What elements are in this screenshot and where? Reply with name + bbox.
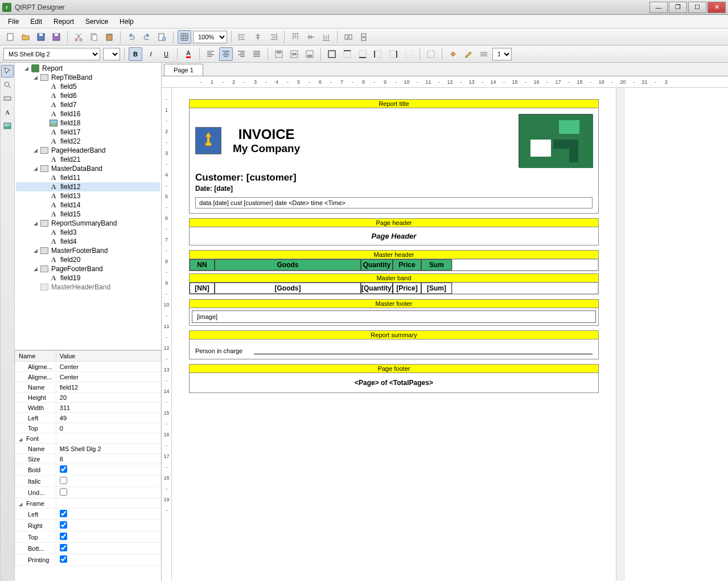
prop-value[interactable]: 311 [56,403,161,413]
prop-checkbox[interactable] [60,544,67,551]
tree-node-field15[interactable]: Afield15 [16,210,160,219]
header-price[interactable]: Price [393,259,421,271]
prop-value[interactable] [56,543,161,554]
tree-node-reportsummaryband[interactable]: ◢ReportSummaryBand [16,219,160,228]
prop-value[interactable] [56,509,161,520]
header-nn[interactable]: NN [190,259,215,271]
bold-icon[interactable]: B [129,47,142,61]
invoice-text-block[interactable]: INVOICE My Company [233,126,300,155]
page-header-field[interactable]: Page Header [192,230,596,243]
prop-group[interactable]: ◢ Frame [15,498,56,509]
same-height-icon[interactable] [357,30,371,44]
header-goods[interactable]: Goods [215,259,361,271]
menu-file[interactable]: File [2,15,24,28]
valign-middle-icon[interactable] [287,47,301,61]
redo-icon[interactable] [140,30,154,44]
tree-node-field21[interactable]: Afield21 [16,155,160,164]
tree-node-field19[interactable]: Afield19 [16,273,160,283]
prop-checkbox[interactable] [60,521,67,529]
customer-field[interactable]: Customer: [customer] [192,171,596,185]
master-footer-field[interactable]: [image] [192,310,596,323]
tree-node-field5[interactable]: Afield5 [16,82,160,91]
prop-checkbox[interactable] [60,477,67,484]
menu-help[interactable]: Help [114,15,139,28]
cell-goods[interactable]: [Goods] [215,283,361,294]
tree-node-field17[interactable]: Afield17 [16,128,160,137]
prop-value[interactable] [56,476,161,487]
vertical-scrollbar[interactable] [616,88,625,581]
master-footer-band[interactable]: Master footer [image] [189,299,599,326]
tree-node-reptitleband[interactable]: ◢RepTitleBand [16,73,160,82]
pointer-tool-icon[interactable] [1,65,14,77]
text-tool-icon[interactable]: A [1,106,14,118]
menu-edit[interactable]: Edit [24,15,48,28]
maximize-button[interactable]: ☐ [688,2,706,13]
cell-nn[interactable]: [NN] [190,283,215,294]
tree-node-field3[interactable]: Afield3 [16,228,160,237]
menu-report[interactable]: Report [48,15,80,28]
prop-value[interactable]: Center [56,362,161,372]
underline-icon[interactable]: U [159,47,173,61]
restore-button[interactable]: ❐ [669,2,687,13]
header-quantity[interactable]: Quantity [361,259,393,271]
text-center-icon[interactable] [219,47,233,61]
prop-value[interactable] [56,531,161,543]
tree-node-field7[interactable]: Afield7 [16,100,160,109]
prop-value[interactable] [56,487,161,498]
copy-icon[interactable] [87,30,101,44]
frame-all-icon[interactable] [325,47,339,61]
prop-value[interactable]: 8 [56,454,161,464]
align-bottom-icon[interactable] [319,30,333,44]
align-right-icon[interactable] [266,30,280,44]
grid-icon[interactable] [178,30,191,44]
image-tool-icon[interactable] [1,120,14,132]
cell-price[interactable]: [Price] [393,283,421,294]
prop-checkbox[interactable] [60,488,67,496]
align-left-icon[interactable] [236,30,249,44]
properties-panel[interactable]: NameValue Aligme...CenterAligme...Center… [15,350,161,581]
frame-bottom-icon[interactable] [356,47,369,61]
italic-icon[interactable]: I [144,47,158,61]
prop-group[interactable]: ◢ Font [15,433,56,444]
tree-node-field20[interactable]: Afield20 [16,255,160,264]
tree-node-masterfooterband[interactable]: ◢MasterFooterBand [16,246,160,255]
new-icon[interactable] [3,30,17,44]
zoom-combo[interactable]: 100% [193,31,227,43]
prop-checkbox[interactable] [60,533,67,540]
text-right-icon[interactable] [235,47,248,61]
prop-value[interactable]: 20 [56,392,161,403]
tree-node-field22[interactable]: Afield22 [16,137,160,146]
prop-value[interactable]: Center [56,372,161,382]
data-field[interactable]: data [date] cust [customer] date <Date> … [195,197,593,208]
frame-style-icon[interactable] [424,47,438,61]
same-width-icon[interactable] [342,30,355,44]
minimize-button[interactable]: — [649,2,668,13]
page-header-band[interactable]: Page header Page Header [189,218,599,246]
font-size-combo[interactable]: 8 [103,48,120,60]
header-sum[interactable]: Sum [421,259,452,271]
paste-icon[interactable] [102,30,116,44]
prop-checkbox[interactable] [60,465,67,473]
align-center-icon[interactable] [251,30,265,44]
signature-line[interactable] [254,346,593,354]
canvas-scroll[interactable]: -1-2-3-4-5-6-7-8-9-10-11-12-13-14-15-16-… [162,88,728,581]
master-data-band[interactable]: Master band [NN] [Goods] [Quantity] [Pri… [189,273,599,294]
band-tool-icon[interactable] [1,92,14,105]
tree-node-field6[interactable]: Afield6 [16,91,160,100]
text-left-icon[interactable] [204,47,217,61]
valign-bottom-icon[interactable] [303,47,316,61]
valign-top-icon[interactable] [272,47,286,61]
tree-node-field13[interactable]: Afield13 [16,191,160,201]
prop-value[interactable]: 0 [56,423,161,433]
prop-value[interactable] [56,554,161,566]
open-icon[interactable] [19,30,32,44]
page-footer-band[interactable]: Page footer <Page> of <TotalPages> [189,364,599,393]
saveas-icon[interactable] [50,30,63,44]
prop-checkbox[interactable] [60,510,67,517]
structure-tree[interactable]: ◢Report◢RepTitleBandAfield5Afield6Afield… [15,63,161,350]
date-field[interactable]: Date: [date] [192,185,596,195]
tree-node-report[interactable]: ◢Report [16,64,160,73]
tree-node-masterdataband[interactable]: ◢MasterDataBand [16,164,160,173]
prop-value[interactable]: field12 [56,382,161,392]
person-in-charge-label[interactable]: Person in charge [195,347,242,354]
